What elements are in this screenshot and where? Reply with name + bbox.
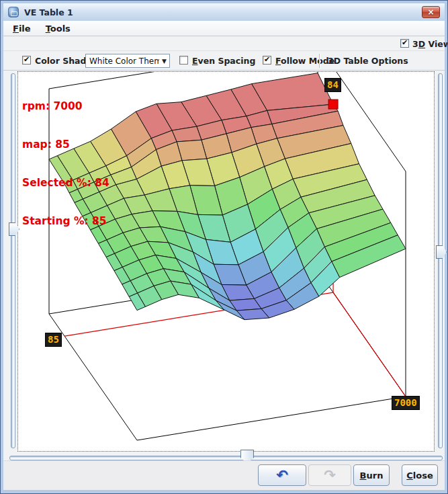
right-rotate-slider-track[interactable] (438, 73, 443, 448)
undo-button[interactable]: ↶ (258, 464, 306, 486)
selected-cell-marker[interactable] (328, 99, 338, 109)
readout-starting: Starting %: 85 (22, 215, 109, 228)
color-theme-dropdown[interactable]: White Color Theme ▼ (85, 54, 170, 68)
left-rotate-slider-track[interactable] (11, 73, 15, 448)
value-badge: 84 (324, 78, 341, 92)
rpm-axis-badge: 7000 (392, 396, 420, 410)
map-axis-badge: 85 (45, 333, 62, 347)
redo-icon: ↷ (324, 468, 336, 482)
chart-zone: rpm: 7000 map: 85 Selected %: 84 Startin… (3, 71, 445, 462)
redo-button[interactable]: ↷ (308, 464, 351, 486)
readout-selected: Selected %: 84 (22, 177, 109, 190)
burn-button[interactable]: Burn (353, 464, 390, 486)
surface-panel[interactable]: rpm: 7000 map: 85 Selected %: 84 Startin… (17, 71, 435, 452)
chevron-down-icon: ▼ (159, 58, 169, 65)
app-icon (8, 7, 19, 17)
close-window-button[interactable]: × (422, 6, 440, 18)
even-spacing-label[interactable]: Even Spacing (192, 56, 255, 66)
bottom-rotate-slider-track[interactable] (9, 456, 443, 460)
table-options-button[interactable]: 3D Table Options (328, 56, 408, 66)
cursor-readout: rpm: 7000 map: 85 Selected %: 84 Startin… (22, 75, 109, 253)
footer-bar: ↶ ↷ Burn Close (3, 460, 445, 490)
menu-file[interactable]: File (7, 22, 36, 35)
follow-mode-checkbox[interactable]: ✔ (263, 56, 271, 65)
toolbar-separator (319, 54, 320, 68)
color-theme-value: White Color Theme (86, 56, 159, 66)
readout-map: map: 85 (22, 138, 109, 151)
follow-mode-label[interactable]: Follow Mode (275, 56, 334, 66)
view-toggle-row: ✔ 3D View (3, 36, 445, 51)
window-title: VE Table 1 (24, 7, 73, 17)
right-rotate-slider-thumb[interactable] (436, 245, 447, 259)
view-3d-checkbox[interactable]: ✔ (400, 39, 409, 48)
view-3d-label[interactable]: 3D View (412, 39, 448, 49)
undo-icon: ↶ (276, 468, 288, 482)
even-spacing-checkbox[interactable] (179, 56, 188, 65)
close-button[interactable]: Close (402, 464, 438, 486)
title-bar[interactable]: VE Table 1 × (3, 3, 445, 21)
menu-bar: File Tools (3, 21, 445, 36)
color-shade-label[interactable]: Color Shade (35, 56, 92, 66)
color-shade-checkbox[interactable]: ✔ (22, 56, 31, 65)
menu-tools[interactable]: Tools (40, 22, 76, 35)
readout-rpm: rpm: 7000 (22, 100, 109, 113)
ve-table-window: VE Table 1 × File Tools ✔ 3D View ✔ Colo… (0, 0, 448, 494)
toolbar: ✔ Color Shade White Color Theme ▼ Even S… (3, 51, 445, 71)
